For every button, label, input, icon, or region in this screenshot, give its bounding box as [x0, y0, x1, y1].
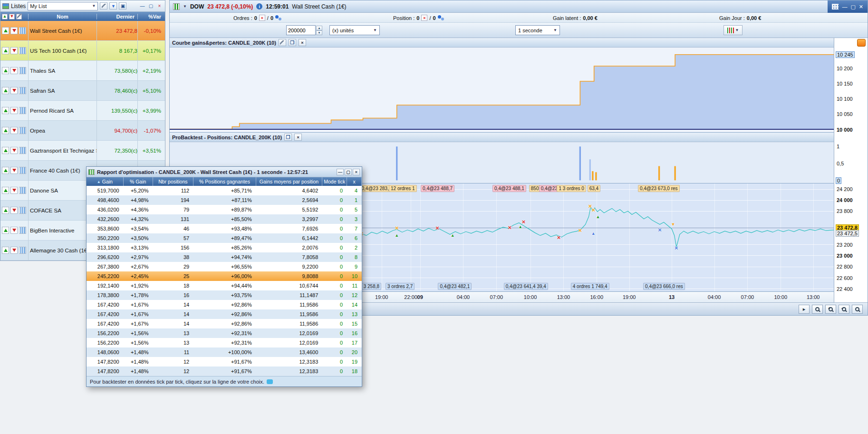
buy-icon[interactable]: [2, 27, 9, 34]
positions-detach-icon[interactable]: ❐: [284, 134, 292, 141]
report-row[interactable]: 498,4600+4,98%194+87,11%2,569401: [87, 195, 362, 205]
info-icon[interactable]: i: [256, 3, 262, 10]
close-position-icon[interactable]: ×: [421, 15, 427, 21]
buy-icon[interactable]: [2, 187, 9, 194]
timeframe-select[interactable]: 1 seconde ▼: [515, 25, 560, 35]
buy-icon[interactable]: [2, 107, 9, 114]
sell-icon[interactable]: [10, 207, 18, 214]
report-row[interactable]: 148,0600+1,48%11+100,00%13,4600020: [87, 347, 362, 357]
sell-icon[interactable]: [10, 87, 18, 94]
sell-icon[interactable]: [10, 67, 18, 74]
buy-icon[interactable]: [2, 227, 9, 234]
report-row[interactable]: 192,1400+1,92%18+94,44%10,6744011: [87, 281, 362, 290]
zoom-in-icon[interactable]: +: [825, 305, 836, 314]
report-column-header[interactable]: x: [347, 177, 362, 186]
watchlist-row[interactable]: Gaztransport Et Technigaz SA72,350(c)+3,…: [0, 141, 165, 161]
sell-icon[interactable]: [10, 247, 18, 254]
buy-icon[interactable]: [2, 127, 9, 134]
sell-icon[interactable]: [10, 27, 18, 34]
open-chart-icon[interactable]: [19, 187, 26, 194]
sell-icon[interactable]: [10, 147, 18, 154]
report-row[interactable]: 147,8200+1,48%12+91,67%12,3183018: [87, 366, 362, 376]
cancel-orders-icon[interactable]: ×: [259, 15, 265, 21]
open-chart-icon[interactable]: [19, 127, 26, 134]
report-row[interactable]: 156,2200+1,56%13+92,31%12,0169016: [87, 328, 362, 338]
spinner-up-icon[interactable]: ▲: [316, 26, 322, 30]
report-column-header[interactable]: % Gain: [124, 177, 153, 186]
sell-icon[interactable]: [10, 187, 18, 194]
spinner-down-icon[interactable]: ▼: [316, 30, 322, 35]
sell-icon[interactable]: [10, 227, 18, 234]
buy-icon[interactable]: [2, 67, 9, 74]
instrument-dropdown-icon[interactable]: ▼: [183, 4, 187, 9]
report-column-header[interactable]: ▲Gain: [87, 177, 124, 186]
open-chart-icon[interactable]: [19, 227, 26, 234]
watchlist-row[interactable]: Thales SA73,580(c)+2,19%: [0, 61, 165, 81]
instrument-code[interactable]: DOW: [190, 3, 204, 10]
orders-settings-icon[interactable]: [275, 15, 281, 20]
position-settings-icon[interactable]: [438, 15, 444, 20]
report-row[interactable]: 519,7000+5,20%112+85,71%4,640204: [87, 186, 362, 195]
maximize-icon[interactable]: ▢: [147, 2, 154, 10]
minimize-icon[interactable]: —: [337, 169, 344, 175]
report-column-header[interactable]: Gains moyens par position: [256, 177, 323, 186]
open-chart-icon[interactable]: [19, 27, 26, 34]
zoom-reset-icon[interactable]: [852, 305, 863, 314]
report-column-header[interactable]: % Positions gagnantes: [193, 177, 256, 186]
maximize-icon[interactable]: ▢: [850, 4, 855, 10]
buy-icon[interactable]: [2, 167, 9, 174]
sell-icon[interactable]: [10, 167, 18, 174]
report-row[interactable]: 296,6200+2,97%38+94,74%7,805808: [87, 252, 362, 262]
buy-icon[interactable]: [2, 87, 9, 94]
open-chart-icon[interactable]: [19, 247, 26, 254]
workspace-grid-icon[interactable]: [832, 4, 839, 10]
close-icon[interactable]: ×: [353, 169, 360, 175]
buy-icon[interactable]: [2, 247, 9, 254]
report-row[interactable]: 245,2200+2,45%25+96,00%9,8088010: [87, 271, 362, 281]
equity-detach-icon[interactable]: ❐: [289, 39, 296, 46]
import-icon[interactable]: ▼: [109, 2, 117, 10]
report-row[interactable]: 267,3800+2,67%29+96,55%9,220009: [87, 262, 362, 271]
column-header-var[interactable]: %Var: [137, 14, 165, 19]
report-row[interactable]: 147,8200+1,48%12+91,67%12,3183019: [87, 357, 362, 366]
close-icon[interactable]: ×: [156, 2, 163, 10]
report-column-header[interactable]: Nbr positions: [153, 177, 194, 186]
buy-icon[interactable]: [2, 207, 9, 214]
maximize-icon[interactable]: ▢: [345, 169, 352, 175]
sell-icon[interactable]: [10, 127, 18, 134]
open-chart-icon[interactable]: [19, 147, 26, 154]
minimize-icon[interactable]: —: [139, 2, 146, 10]
proorder-icon[interactable]: [857, 39, 866, 47]
open-chart-icon[interactable]: [19, 207, 26, 214]
report-row[interactable]: 167,4200+1,67%14+92,86%11,9586015: [87, 319, 362, 328]
list-selector[interactable]: My List ▼: [28, 2, 98, 10]
chart-style-button[interactable]: ▼: [723, 25, 743, 35]
sell-icon[interactable]: [10, 47, 18, 54]
report-row[interactable]: 178,3800+1,78%16+93,75%11,1487012: [87, 290, 362, 300]
report-row[interactable]: 313,1800+3,13%156+85,26%2,007602: [87, 243, 362, 252]
report-row[interactable]: 350,2200+3,50%57+89,47%6,144206: [87, 233, 362, 243]
remove-instrument-icon[interactable]: ▼: [9, 14, 15, 19]
columns-settings-icon[interactable]: [16, 14, 22, 19]
quantity-input[interactable]: [286, 25, 316, 35]
open-chart-icon[interactable]: [19, 87, 26, 94]
buy-icon[interactable]: [2, 147, 9, 154]
report-titlebar[interactable]: Rapport d'optimisation - CANDLE_200K - W…: [87, 167, 362, 177]
column-header-last[interactable]: Dernier: [96, 14, 137, 19]
open-chart-icon[interactable]: [19, 167, 26, 174]
equity-close-icon[interactable]: ×: [299, 39, 306, 46]
buy-icon[interactable]: [2, 47, 9, 54]
report-row[interactable]: 353,8600+3,54%46+93,48%7,692607: [87, 224, 362, 233]
watchlist-row[interactable]: Pernod Ricard SA139,550(c)+3,99%: [0, 101, 165, 121]
report-row[interactable]: 167,4200+1,67%14+92,86%11,9586014: [87, 300, 362, 309]
unit-select[interactable]: (x) unités ▼: [329, 25, 380, 35]
open-chart-icon[interactable]: [19, 47, 26, 54]
report-column-header[interactable]: Mode tick: [322, 177, 347, 186]
add-instrument-icon[interactable]: ▲: [2, 14, 8, 19]
watchlist-row[interactable]: Wall Street Cash (1€)23 472,8-0,10%: [0, 21, 165, 41]
print-icon[interactable]: ▣: [119, 2, 126, 10]
minimize-icon[interactable]: —: [842, 4, 847, 10]
open-chart-icon[interactable]: [19, 67, 26, 74]
report-row[interactable]: 167,4200+1,67%14+92,86%11,9586013: [87, 309, 362, 319]
scroll-right-icon[interactable]: ▸: [799, 305, 810, 314]
